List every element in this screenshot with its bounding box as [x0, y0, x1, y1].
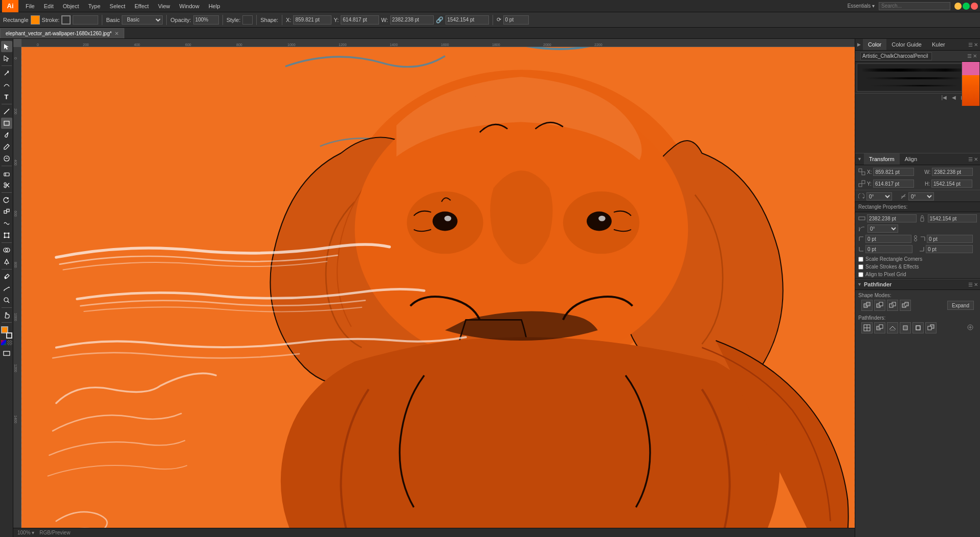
menu-object[interactable]: Object [59, 2, 83, 10]
menu-effect[interactable]: Effect [130, 2, 153, 10]
maximize-button[interactable] [963, 3, 970, 10]
menu-edit[interactable]: Edit [40, 2, 58, 10]
angle1-select[interactable]: 0°45°90° [866, 192, 892, 200]
selection-tool[interactable] [1, 41, 12, 52]
rect-h-input[interactable] [928, 214, 977, 222]
warp-tool[interactable] [1, 218, 12, 229]
scale-strokes-checkbox[interactable] [858, 264, 863, 270]
live-paint-tool[interactable] [1, 256, 12, 267]
brush-select[interactable]: Basic [122, 15, 163, 25]
transform-panel-close[interactable]: ✕ [974, 156, 978, 162]
canvas-content[interactable] [21, 47, 855, 537]
fill-color-box[interactable] [31, 15, 40, 25]
rect-w-input[interactable] [867, 214, 917, 222]
constrain-lock[interactable]: 🔗 [436, 16, 443, 24]
blob-brush-tool[interactable] [1, 153, 12, 164]
pencil-tool[interactable] [1, 141, 12, 152]
corner-bl-input[interactable] [865, 245, 912, 253]
trim-btn[interactable] [874, 322, 885, 333]
pathfinder-menu[interactable]: ☰ [968, 282, 973, 287]
merge-btn[interactable] [887, 322, 898, 333]
minus-back-btn[interactable] [925, 322, 937, 333]
panel-collapse-icon[interactable]: ✕ [974, 42, 978, 48]
menu-select[interactable]: Select [105, 2, 129, 10]
menu-window[interactable]: Window [175, 2, 204, 10]
rotate-tool[interactable] [1, 194, 12, 206]
pink-swatch[interactable] [962, 62, 979, 75]
h-coord-input[interactable] [446, 15, 489, 25]
corner-br-input[interactable] [926, 245, 973, 253]
scissors-tool[interactable] [1, 180, 12, 191]
panel-menu-icon[interactable]: ☰ [968, 42, 973, 48]
menu-file[interactable]: File [21, 2, 39, 10]
rectangle-tool[interactable] [1, 118, 12, 129]
y-coord-input[interactable] [341, 15, 379, 25]
screen-mode-button[interactable] [1, 348, 12, 359]
transform-panel-arrow[interactable]: ▼ [855, 156, 864, 162]
menu-type[interactable]: Type [84, 2, 105, 10]
gradient-indicator[interactable] [1, 340, 6, 345]
transform-panel-menu[interactable]: ☰ [968, 156, 973, 162]
menu-view[interactable]: View [154, 2, 174, 10]
scale-tool[interactable] [1, 206, 12, 217]
tab-close-button[interactable]: ✕ [115, 31, 119, 36]
pathfinder-close[interactable]: ✕ [974, 282, 978, 287]
transform-y-input[interactable] [873, 180, 914, 188]
paintbrush-tool[interactable] [1, 129, 12, 141]
opacity-input[interactable] [193, 15, 219, 25]
stroke-weight-input[interactable] [73, 15, 98, 25]
shape-builder-tool[interactable] [1, 244, 12, 256]
align-tab[interactable]: Align [900, 153, 922, 165]
w-coord-input[interactable] [390, 15, 434, 25]
none-indicator[interactable] [7, 340, 12, 345]
style-box[interactable] [242, 15, 253, 25]
measure-tool[interactable] [1, 283, 12, 294]
angle-input[interactable] [503, 15, 529, 25]
angle2-select[interactable]: 0°45°90° [908, 192, 934, 200]
corner-tl-input[interactable] [865, 235, 911, 243]
align-pixel-checkbox[interactable] [858, 272, 863, 277]
x-coord-input[interactable] [293, 15, 331, 25]
exclude-btn[interactable] [900, 300, 911, 311]
pathfinder-arrow[interactable]: ▼ [855, 282, 864, 287]
expand-button[interactable]: Expand [947, 301, 974, 310]
brush-menu-icon[interactable]: ☰ [967, 53, 972, 59]
lock-aspect-btn[interactable] [918, 215, 926, 222]
transform-h-input[interactable] [931, 180, 972, 188]
divide-btn[interactable] [861, 322, 873, 333]
kuler-tab[interactable]: Kuler [927, 39, 950, 50]
crop-btn[interactable] [900, 322, 911, 333]
rect-angle-select[interactable]: 0° [867, 225, 898, 233]
document-tab[interactable]: elephant_vector_art-wallpaper-1680x1260.… [0, 28, 124, 38]
eyedropper-tool[interactable] [1, 271, 12, 282]
curvature-tool[interactable] [1, 79, 12, 91]
scale-corners-checkbox[interactable] [858, 257, 863, 262]
outline-btn[interactable] [912, 322, 924, 333]
minus-front-btn[interactable] [874, 300, 885, 311]
search-input[interactable] [879, 2, 950, 10]
brush-prev-page-btn[interactable]: |◀ [940, 95, 948, 100]
transform-w-input[interactable] [932, 168, 973, 176]
zoom-tool[interactable] [1, 295, 12, 306]
corner-link-icon[interactable] [912, 235, 919, 242]
brush-prev-btn[interactable]: ◀ [950, 95, 957, 100]
hand-tool[interactable] [1, 309, 12, 321]
stroke-color-box[interactable] [61, 15, 71, 25]
transform-x-input[interactable] [873, 168, 914, 176]
intersect-btn[interactable] [887, 300, 898, 311]
color-tab[interactable]: Color [863, 39, 886, 50]
pen-tool[interactable] [1, 68, 12, 79]
brush-name-input[interactable] [860, 52, 932, 60]
orange-gradient-swatch[interactable] [962, 75, 979, 106]
brush-close-icon[interactable]: ✕ [973, 53, 977, 59]
minimize-button[interactable] [954, 3, 962, 10]
color-guide-tab[interactable]: Color Guide [886, 39, 927, 50]
transform-tab[interactable]: Transform [864, 153, 900, 165]
type-tool[interactable]: T [1, 91, 12, 102]
corner-tr-input[interactable] [927, 235, 973, 243]
direct-selection-tool[interactable] [1, 53, 12, 64]
eraser-tool[interactable] [1, 168, 12, 179]
unite-btn[interactable] [861, 300, 873, 311]
stroke-box[interactable] [6, 332, 12, 339]
menu-help[interactable]: Help [205, 2, 225, 10]
